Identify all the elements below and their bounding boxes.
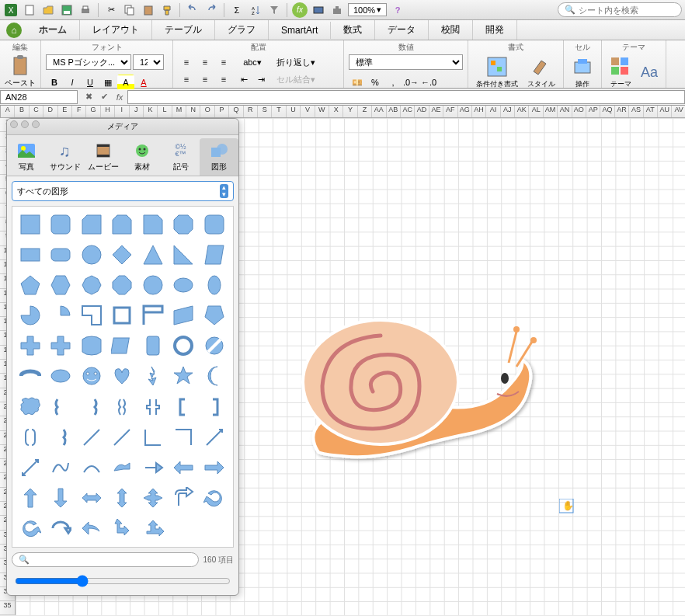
- shape-item[interactable]: [201, 424, 228, 451]
- column-header[interactable]: N: [186, 106, 200, 117]
- tab-formula[interactable]: 数式: [331, 20, 375, 40]
- shape-item[interactable]: [17, 302, 43, 329]
- shape-item[interactable]: [47, 332, 74, 359]
- font-size-select[interactable]: 12: [133, 54, 164, 70]
- shape-item[interactable]: [17, 515, 43, 541]
- align-center[interactable]: ≡: [196, 71, 214, 87]
- shape-item[interactable]: [78, 424, 105, 451]
- cancel-icon[interactable]: ✖: [81, 90, 96, 104]
- tab-table[interactable]: テーブル: [152, 20, 215, 40]
- column-header[interactable]: I: [115, 106, 129, 117]
- align-top-center[interactable]: ≡: [196, 54, 214, 70]
- print-icon[interactable]: [78, 2, 93, 18]
- column-header[interactable]: Z: [358, 106, 372, 117]
- undo-icon[interactable]: [185, 2, 200, 18]
- sort-icon[interactable]: AZ: [248, 2, 263, 18]
- align-left[interactable]: ≡: [178, 71, 195, 87]
- tab-chart[interactable]: グラフ: [215, 20, 269, 40]
- shape-item[interactable]: [78, 272, 105, 298]
- column-header[interactable]: T: [272, 106, 286, 117]
- shape-item[interactable]: [47, 485, 74, 511]
- indent-decrease[interactable]: ⇤: [235, 71, 252, 87]
- shape-item[interactable]: [170, 242, 196, 268]
- column-header[interactable]: AF: [443, 106, 457, 117]
- redo-icon[interactable]: [203, 2, 219, 18]
- shape-item[interactable]: [170, 394, 196, 420]
- column-header[interactable]: V: [301, 106, 315, 117]
- snail-shape[interactable]: [295, 312, 544, 483]
- open-icon[interactable]: [40, 2, 56, 18]
- shape-item[interactable]: [140, 454, 166, 481]
- column-header[interactable]: S: [258, 106, 272, 117]
- shape-item[interactable]: [109, 394, 135, 420]
- merge-button[interactable]: セル結合▾: [273, 71, 319, 87]
- column-header[interactable]: AB: [387, 106, 401, 117]
- align-top-left[interactable]: ≡: [178, 54, 195, 70]
- name-box[interactable]: [0, 90, 78, 104]
- shape-item[interactable]: [170, 211, 196, 238]
- shape-item[interactable]: [140, 424, 166, 451]
- shape-item[interactable]: [201, 302, 228, 329]
- column-header[interactable]: AH: [472, 106, 486, 117]
- tab-layout[interactable]: レイアウト: [80, 20, 152, 40]
- media-tab-shape[interactable]: 図形: [200, 138, 238, 176]
- media-titlebar[interactable]: メディア: [7, 119, 238, 135]
- column-header[interactable]: D: [43, 106, 57, 117]
- shape-item[interactable]: [78, 515, 105, 541]
- column-header[interactable]: AC: [401, 106, 415, 117]
- shape-item[interactable]: [109, 363, 135, 389]
- tab-home[interactable]: ホーム: [26, 20, 80, 40]
- column-header[interactable]: B: [15, 106, 29, 117]
- row-header[interactable]: 35: [0, 601, 16, 615]
- decimal-inc-button[interactable]: .0→: [402, 75, 419, 90]
- zoom-slider[interactable]: [15, 575, 231, 587]
- tab-develop[interactable]: 開発: [473, 20, 517, 40]
- shape-item[interactable]: [109, 242, 135, 268]
- column-header[interactable]: AO: [572, 106, 586, 117]
- home-icon[interactable]: ⌂: [6, 23, 22, 38]
- indent-increase[interactable]: ⇥: [252, 71, 269, 87]
- align-top-right[interactable]: ≡: [215, 54, 232, 70]
- shape-item[interactable]: [17, 363, 43, 389]
- currency-button[interactable]: 💴: [349, 75, 366, 90]
- shape-item[interactable]: [170, 424, 196, 451]
- shape-item[interactable]: [201, 363, 228, 389]
- align-right[interactable]: ≡: [215, 71, 232, 87]
- column-header[interactable]: AU: [658, 106, 672, 117]
- shape-item[interactable]: [17, 332, 43, 359]
- column-header[interactable]: Q: [229, 106, 243, 117]
- orientation-button[interactable]: abc▾: [235, 54, 269, 70]
- column-header[interactable]: AL: [529, 106, 543, 117]
- fx-icon[interactable]: fx: [292, 2, 308, 18]
- copy-icon[interactable]: [122, 2, 137, 18]
- shape-item[interactable]: [47, 302, 74, 329]
- shape-item[interactable]: [47, 424, 74, 451]
- theme-font-button[interactable]: Aa: [638, 63, 661, 82]
- tab-data[interactable]: データ: [375, 20, 429, 40]
- column-header[interactable]: AG: [458, 106, 472, 117]
- shape-item[interactable]: [140, 211, 166, 238]
- shape-item[interactable]: [170, 454, 196, 481]
- shape-item[interactable]: [170, 272, 196, 298]
- number-format-select[interactable]: 標準: [349, 54, 463, 70]
- column-header[interactable]: W: [315, 106, 329, 117]
- shape-item[interactable]: [78, 485, 105, 511]
- actions-button[interactable]: 操作: [569, 54, 596, 91]
- shape-item[interactable]: [109, 454, 135, 481]
- column-header[interactable]: AA: [372, 106, 386, 117]
- shape-item[interactable]: [17, 272, 43, 298]
- tab-smartart[interactable]: SmartArt: [269, 22, 331, 39]
- shape-item[interactable]: [78, 211, 105, 238]
- underline-button[interactable]: U: [82, 75, 99, 90]
- shape-item[interactable]: [78, 302, 105, 329]
- shape-item[interactable]: [170, 485, 196, 511]
- shape-item[interactable]: [201, 272, 228, 298]
- shape-item[interactable]: [109, 332, 135, 359]
- save-icon[interactable]: [59, 2, 75, 18]
- media-tab-photo[interactable]: 写真: [7, 138, 46, 176]
- search-input[interactable]: [579, 5, 675, 15]
- shape-item[interactable]: [201, 242, 228, 268]
- media-tab-sound[interactable]: ♫サウンド: [46, 138, 85, 176]
- show-icon[interactable]: [311, 2, 326, 18]
- toolbox-icon[interactable]: [329, 2, 345, 18]
